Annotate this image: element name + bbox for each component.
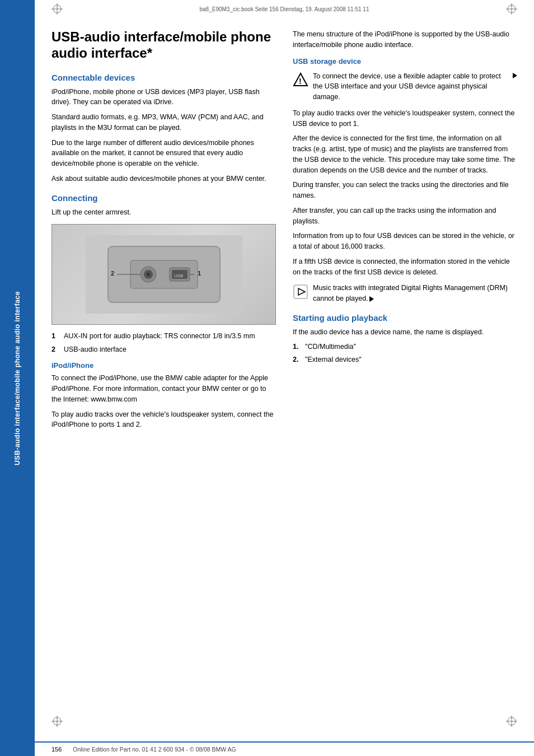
starting-audio-heading: Starting audio playback bbox=[293, 313, 517, 323]
connectable-para-1: iPod/iPhone, mobile phone or USB devices… bbox=[51, 87, 276, 108]
port-list: 1 AUX-IN port for audio playback: TRS co… bbox=[51, 332, 276, 354]
svg-text:2: 2 bbox=[111, 270, 114, 277]
page-title: USB-audio interface/mobile phone audio i… bbox=[51, 29, 276, 62]
connectable-para-4: Ask about suitable audio devices/mobile … bbox=[51, 174, 276, 184]
usb-para-5: Information from up to four USB devices … bbox=[293, 231, 517, 252]
warning-end-mark bbox=[512, 71, 517, 80]
ipod-iphone-heading: iPod/iPhone bbox=[51, 361, 276, 370]
diagram-inner: USB 2 1 bbox=[52, 225, 275, 324]
diagram-image: USB 2 1 bbox=[51, 224, 276, 325]
usb-para-3: During transfer, you can select the trac… bbox=[293, 180, 517, 201]
main-content: ba8_E90M3_cic.book Seite 156 Dienstag, 1… bbox=[35, 0, 534, 756]
diagram-svg: USB 2 1 bbox=[86, 235, 242, 314]
svg-text:!: ! bbox=[299, 77, 302, 86]
bottom-right-crosshair bbox=[506, 716, 517, 727]
usb-para-1: To play audio tracks over the vehicle's … bbox=[293, 108, 517, 129]
ipod-para-1: To connect the iPod/iPhone, use the BMW … bbox=[51, 373, 276, 404]
starting-audio-item-1: 1. "CD/Multimedia" bbox=[293, 342, 517, 352]
usb-para-4: After transfer, you can call up the trac… bbox=[293, 206, 517, 227]
port-2-number: 2 bbox=[51, 345, 60, 355]
ipod-para-2: To play audio tracks over the vehicle's … bbox=[51, 409, 276, 431]
audio-1-text: "CD/Multimedia" bbox=[305, 342, 356, 352]
starting-audio-intro: If the audio device has a device name, t… bbox=[293, 327, 517, 338]
svg-marker-22 bbox=[298, 288, 305, 295]
starting-audio-item-2: 2. "External devices" bbox=[293, 355, 517, 365]
svg-text:1: 1 bbox=[198, 270, 201, 277]
file-info: ba8_E90M3_cic.book Seite 156 Dienstag, 1… bbox=[199, 6, 369, 12]
audio-2-number: 2. bbox=[293, 355, 302, 365]
content-columns: USB-audio interface/mobile phone audio i… bbox=[35, 18, 534, 712]
audio-2-text: "External devices" bbox=[305, 355, 362, 365]
left-column: USB-audio interface/mobile phone audio i… bbox=[51, 29, 276, 712]
connectable-para-3: Due to the large number of different aud… bbox=[51, 138, 276, 169]
warning-icon: ! bbox=[293, 72, 308, 88]
note-box: Music tracks with integrated Digital Rig… bbox=[293, 283, 517, 304]
section-connecting-heading: Connecting bbox=[51, 193, 276, 203]
usb-storage-heading: USB storage device bbox=[293, 57, 517, 66]
footer-page-number: 156 bbox=[51, 746, 62, 753]
sidebar: USB-audio interface/mobile phone audio i… bbox=[0, 0, 35, 756]
bottom-left-crosshair bbox=[51, 716, 63, 727]
note-text: Music tracks with integrated Digital Rig… bbox=[313, 283, 517, 304]
menu-structure-text: The menu structure of the iPod/iPhone is… bbox=[293, 29, 517, 50]
footer: 156 Online Edition for Part no. 01 41 2 … bbox=[35, 741, 534, 756]
port-2-text: USB-audio interface bbox=[64, 345, 127, 355]
top-right-crosshair bbox=[506, 3, 517, 15]
svg-text:USB: USB bbox=[174, 273, 183, 278]
connecting-intro: Lift up the center armrest. bbox=[51, 207, 276, 218]
connectable-para-2: Standard audio formats, e.g. MP3, WMA, W… bbox=[51, 112, 276, 133]
port-1-number: 1 bbox=[51, 332, 60, 342]
note-icon bbox=[293, 284, 308, 300]
top-left-crosshair bbox=[51, 3, 63, 15]
warning-text: To connect the device, use a flexible ad… bbox=[313, 71, 507, 102]
port-1-text: AUX-IN port for audio playback: TRS conn… bbox=[64, 332, 255, 342]
port-list-item-1: 1 AUX-IN port for audio playback: TRS co… bbox=[51, 332, 276, 342]
sidebar-text: USB-audio interface/mobile phone audio i… bbox=[13, 291, 22, 465]
section-connectable-devices-heading: Connectable devices bbox=[51, 73, 276, 82]
usb-para-6: If a fifth USB device is connected, the … bbox=[293, 256, 517, 278]
bottom-corner-marks bbox=[35, 712, 534, 730]
top-corner-marks: ba8_E90M3_cic.book Seite 156 Dienstag, 1… bbox=[35, 0, 534, 18]
footer-text: Online Edition for Part no. 01 41 2 600 … bbox=[73, 746, 236, 753]
warning-box: ! To connect the device, use a flexible … bbox=[293, 71, 517, 102]
right-column: The menu structure of the iPod/iPhone is… bbox=[293, 29, 517, 712]
svg-point-13 bbox=[147, 273, 150, 276]
port-list-item-2: 2 USB-audio interface bbox=[51, 345, 276, 355]
audio-1-number: 1. bbox=[293, 342, 302, 352]
page-container: USB-audio interface/mobile phone audio i… bbox=[0, 0, 534, 756]
usb-para-2: After the device is connected for the fi… bbox=[293, 133, 517, 175]
starting-audio-list: 1. "CD/Multimedia" 2. "External devices" bbox=[293, 342, 517, 365]
